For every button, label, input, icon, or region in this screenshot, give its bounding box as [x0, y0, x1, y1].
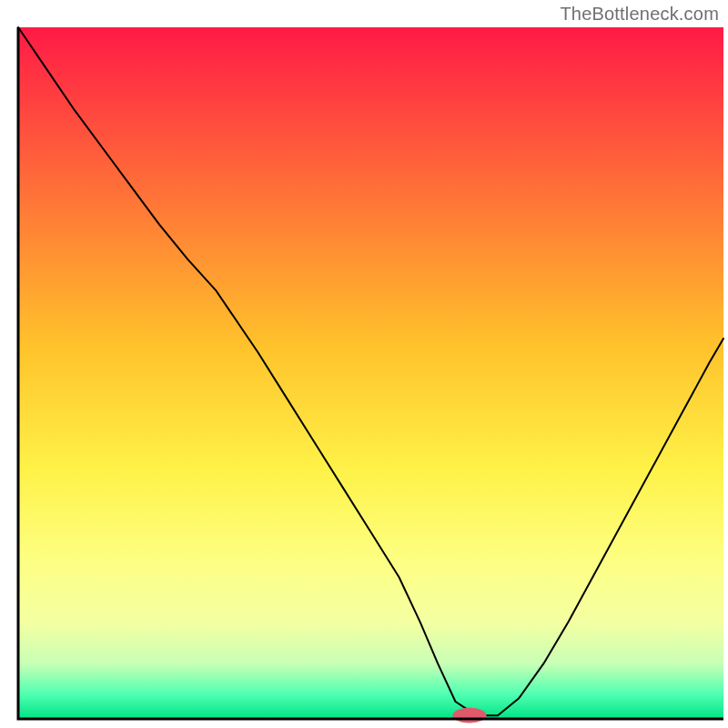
gradient-background	[18, 27, 723, 719]
optimal-marker	[452, 708, 486, 723]
watermark-label: TheBottleneck.com	[560, 4, 719, 25]
bottleneck-chart	[0, 0, 728, 728]
plot-area	[18, 27, 723, 723]
chart-container: TheBottleneck.com	[0, 0, 728, 728]
